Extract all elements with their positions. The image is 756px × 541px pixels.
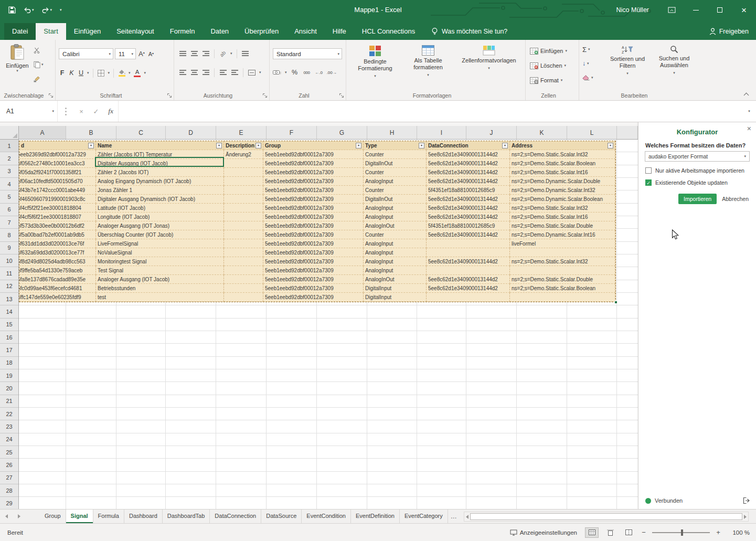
zoom-in-button[interactable]: + xyxy=(715,528,722,536)
sheet-nav-left[interactable] xyxy=(0,510,13,523)
redo-button[interactable]: ▾ xyxy=(39,5,56,15)
borders-button[interactable] xyxy=(97,70,105,77)
horizontal-scrollbar[interactable] xyxy=(464,512,749,522)
display-settings-button[interactable]: Anzeigeeinstellungen xyxy=(507,528,580,537)
row-header-4[interactable]: 4 xyxy=(0,178,18,190)
col-header-F[interactable]: F xyxy=(267,126,317,139)
table-cell[interactable]: 5eeb1eebd92dbf00012a7309 xyxy=(263,195,364,204)
table-cell[interactable] xyxy=(510,293,615,302)
filter-button[interactable]: ▾ xyxy=(419,143,424,148)
table-cell[interactable]: AnalogInput xyxy=(364,239,427,248)
ribbon-tab-ansicht[interactable]: Ansicht xyxy=(286,23,325,40)
table-cell[interactable] xyxy=(510,248,615,257)
table-cell[interactable] xyxy=(510,266,615,275)
view-page-layout-button[interactable] xyxy=(603,527,617,538)
table-cell[interactable] xyxy=(224,284,263,293)
table-cell[interactable]: AnalogInput xyxy=(364,213,427,221)
sheet-tab-eventdefinition[interactable]: EventDefinition xyxy=(351,510,400,523)
table-cell[interactable]: AnalogInput xyxy=(364,177,427,186)
table-cell[interactable]: Jonas Zähler 1 xyxy=(96,186,224,195)
row-header-8[interactable]: 8 xyxy=(0,229,18,241)
table-cell[interactable]: Betriebsstunden xyxy=(96,284,224,293)
row-header-24[interactable]: 24 xyxy=(0,433,18,446)
table-cell[interactable]: 5f05da2f9241f70001358f21 xyxy=(19,168,96,177)
table-cell[interactable]: ns=2;s=Demo.Static.Scalar.Double xyxy=(510,275,615,284)
share-button[interactable]: Freigeben xyxy=(709,23,749,40)
table-cell[interactable]: DigitalInput xyxy=(364,293,427,302)
row-header-21[interactable]: 21 xyxy=(0,395,18,408)
align-left-button[interactable] xyxy=(178,70,187,75)
ribbon-tab--berpr-fen[interactable]: Überprüfen xyxy=(237,23,286,40)
table-cell[interactable]: 5eeb1eebd92dbf00012a7309 xyxy=(263,284,364,293)
filter-button[interactable]: ▾ xyxy=(255,143,261,148)
save-button[interactable] xyxy=(5,4,19,16)
ribbon-tab-datei[interactable]: Datei xyxy=(4,23,36,40)
table-cell[interactable] xyxy=(224,275,263,284)
cancel-button[interactable]: Abbrechen xyxy=(722,196,749,202)
align-center-button[interactable] xyxy=(190,70,198,75)
table-cell[interactable]: DigitalInOut xyxy=(364,195,427,204)
close-button[interactable]: × xyxy=(732,0,756,20)
wrap-text-button[interactable] xyxy=(241,51,250,56)
collapse-ribbon-button[interactable] xyxy=(741,91,751,98)
row-header-7[interactable]: 7 xyxy=(0,216,18,229)
table-cell[interactable]: ns=2;s=Demo.Static.Scalar.Boolean xyxy=(510,159,615,168)
maximize-button[interactable] xyxy=(708,0,732,20)
merge-center-button[interactable] xyxy=(248,70,256,76)
fill-color-button[interactable] xyxy=(118,69,126,77)
table-cell[interactable]: ns=2;s=Demo.Dynamic.Scalar.Int16 xyxy=(510,230,615,239)
scrollbar-thumb[interactable] xyxy=(470,513,742,520)
sheet-tab-datasource[interactable]: DataSource xyxy=(261,510,302,523)
row-header-1[interactable]: 1 xyxy=(0,140,18,152)
row-header-5[interactable]: 5 xyxy=(0,190,18,203)
table-cell[interactable]: 5eeb1eebd92dbf00012a7309 xyxy=(263,204,364,213)
table-cell[interactable]: 5eeb1eebd92dbf00012a7309 xyxy=(263,150,364,159)
table-cell[interactable]: Änderung2 xyxy=(224,150,263,159)
minimize-button[interactable] xyxy=(684,0,708,20)
row-header-27[interactable]: 27 xyxy=(0,472,18,484)
ribbon-tab-hilfe[interactable]: Hilfe xyxy=(325,23,354,40)
col-header-G[interactable]: G xyxy=(317,126,367,139)
table-cell[interactable] xyxy=(224,230,263,239)
table-cell[interactable] xyxy=(224,248,263,257)
col-header-J[interactable]: J xyxy=(466,126,517,139)
table-cell[interactable]: Counter xyxy=(364,230,427,239)
accounting-format-button[interactable] xyxy=(273,69,281,76)
col-header-H[interactable]: H xyxy=(367,126,417,139)
col-header-I[interactable]: I xyxy=(417,126,466,139)
table-cell[interactable]: 5f43b7e1742ccc0001abe449 xyxy=(19,186,96,195)
table-cell[interactable]: ns=2;s=Demo.Static.Scalar.Int32 xyxy=(510,204,615,213)
fill-color-caret[interactable]: ▾ xyxy=(129,71,131,75)
table-cell[interactable]: 5ee8c62d1e340900013144d2 xyxy=(427,177,510,186)
table-header-address[interactable]: Address▾ xyxy=(510,141,615,150)
ribbon-tab-formeln[interactable]: Formeln xyxy=(162,23,203,40)
alignment-dialog-launcher[interactable] xyxy=(262,93,268,98)
ribbon-tab-einf-gen[interactable]: Einfügen xyxy=(66,23,109,40)
table-cell[interactable] xyxy=(224,266,263,275)
font-color-button[interactable]: A xyxy=(133,69,142,77)
table-cell[interactable] xyxy=(224,159,263,168)
table-cell[interactable]: Counter xyxy=(364,168,427,177)
table-cell[interactable]: 5eeb1eebd92dbf00012a7309 xyxy=(263,177,364,186)
table-cell[interactable]: Analoger Ausgang (IOT Jonas) xyxy=(96,221,224,230)
table-cell[interactable]: 5ee8c62d1e340900013144d2 xyxy=(427,284,510,293)
ribbon-tab-hcl-connections[interactable]: HCL Connections xyxy=(354,23,423,40)
table-header-description[interactable]: Description▾ xyxy=(224,141,263,150)
table-cell[interactable] xyxy=(224,204,263,213)
enter-entry-button[interactable]: ✓ xyxy=(89,108,103,115)
ribbon-tab-daten[interactable]: Daten xyxy=(203,23,237,40)
underline-caret[interactable]: ▾ xyxy=(87,71,89,75)
align-bottom-button[interactable] xyxy=(201,51,210,56)
table-cell[interactable]: Zähler 2 (Jacobs IOT) xyxy=(96,168,224,177)
percent-style-button[interactable]: % xyxy=(291,69,299,76)
table-cell[interactable]: 5eeb1eebd92dbf00012a7309 xyxy=(263,221,364,230)
table-cell[interactable] xyxy=(427,266,510,275)
number-format-select[interactable]: Standard▾ xyxy=(273,48,342,59)
tell-me-search[interactable]: Was möchten Sie tun? xyxy=(431,23,507,40)
row-header-2[interactable]: 2 xyxy=(0,152,18,165)
sheet-tabs-more[interactable]: … xyxy=(448,510,460,523)
user-name[interactable]: Nico Müller xyxy=(616,6,649,14)
select-all-corner[interactable] xyxy=(0,126,19,140)
autosum-button[interactable]: Σ▾ xyxy=(582,44,593,55)
table-cell[interactable]: 5ee8c62d1e340900013144d2 xyxy=(427,195,510,204)
